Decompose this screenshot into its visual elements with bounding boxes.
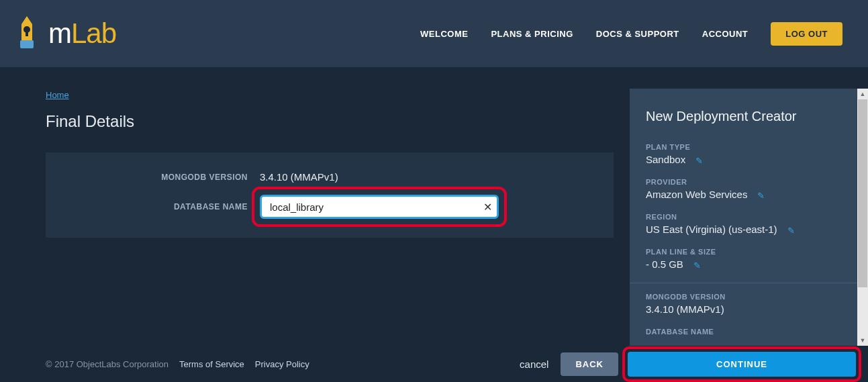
clear-input-icon[interactable]: ✕ (483, 201, 492, 213)
cancel-link[interactable]: cancel (520, 359, 548, 370)
mongodb-version-label: MONGODB VERSION (62, 173, 260, 182)
continue-button[interactable]: CONTINUE (628, 352, 856, 377)
side-dbname-label: DATABASE NAME (646, 328, 841, 336)
sidebar-divider (630, 283, 857, 283)
database-name-input[interactable] (260, 195, 499, 219)
main: Home Final Details MONGODB VERSION 3.4.1… (0, 67, 868, 346)
svg-rect-0 (20, 40, 34, 48)
side-mongo: MONGODB VERSION 3.4.10 (MMAPv1) (646, 293, 841, 316)
sidebar: New Deployment Creator PLAN TYPE Sandbox… (630, 89, 857, 346)
nav-plans[interactable]: PLANS & PRICING (491, 29, 573, 39)
edit-icon[interactable]: ✎ (695, 156, 703, 166)
scroll-up-icon[interactable]: ▲ (857, 89, 868, 99)
side-plan-line-value: - 0.5 GB (646, 258, 683, 270)
side-mongo-label: MONGODB VERSION (646, 293, 841, 301)
back-button[interactable]: BACK (561, 352, 618, 376)
side-plan-line-label: PLAN LINE & SIZE (646, 248, 841, 256)
scrollbar[interactable]: ▲ ▼ (857, 89, 868, 346)
side-plan-type-label: PLAN TYPE (646, 143, 841, 151)
nav-welcome[interactable]: WELCOME (420, 29, 468, 39)
nav: WELCOME PLANS & PRICING DOCS & SUPPORT A… (420, 22, 842, 46)
privacy-link[interactable]: Privacy Policy (255, 359, 309, 369)
footer: © 2017 ObjectLabs Corporation Terms of S… (0, 346, 868, 382)
logo-text: mLab (48, 17, 116, 50)
database-name-label: DATABASE NAME (62, 202, 260, 211)
database-name-row: DATABASE NAME ✕ (62, 195, 597, 219)
side-region-label: REGION (646, 213, 841, 221)
nav-account[interactable]: ACCOUNT (702, 29, 749, 39)
mongodb-version-value: 3.4.10 (MMAPv1) (260, 171, 338, 183)
left-column: Home Final Details MONGODB VERSION 3.4.1… (46, 89, 614, 346)
side-provider: PROVIDER Amazon Web Services ✎ (646, 178, 841, 201)
nav-docs[interactable]: DOCS & SUPPORT (596, 29, 679, 39)
logo[interactable]: mLab (13, 15, 116, 52)
mongodb-version-row: MONGODB VERSION 3.4.10 (MMAPv1) (62, 171, 597, 183)
sidebar-wrap: New Deployment Creator PLAN TYPE Sandbox… (630, 89, 868, 346)
logo-icon (13, 15, 40, 52)
sidebar-title: New Deployment Creator (646, 109, 841, 124)
edit-icon[interactable]: ✎ (787, 226, 795, 236)
svg-rect-2 (26, 30, 28, 36)
side-plan-type: PLAN TYPE Sandbox ✎ (646, 143, 841, 166)
side-plan-line: PLAN LINE & SIZE - 0.5 GB ✎ (646, 248, 841, 271)
form-card: MONGODB VERSION 3.4.10 (MMAPv1) DATABASE… (46, 152, 614, 238)
side-provider-value: Amazon Web Services (646, 189, 747, 200)
scroll-down-icon[interactable]: ▼ (857, 335, 868, 346)
header: mLab WELCOME PLANS & PRICING DOCS & SUPP… (0, 0, 868, 67)
page-title: Final Details (46, 112, 614, 131)
scroll-thumb[interactable] (858, 99, 867, 287)
breadcrumb-home[interactable]: Home (46, 90, 69, 100)
tos-link[interactable]: Terms of Service (179, 359, 244, 369)
side-mongo-value: 3.4.10 (MMAPv1) (646, 303, 724, 315)
side-dbname: DATABASE NAME (646, 328, 841, 336)
copyright: © 2017 ObjectLabs Corporation (46, 359, 168, 369)
side-region-value: US East (Virginia) (us-east-1) (646, 224, 777, 235)
side-provider-label: PROVIDER (646, 178, 841, 186)
edit-icon[interactable]: ✎ (693, 260, 701, 271)
edit-icon[interactable]: ✎ (757, 191, 765, 201)
side-plan-type-value: Sandbox (646, 154, 685, 165)
side-region: REGION US East (Virginia) (us-east-1) ✎ (646, 213, 841, 236)
logout-button[interactable]: LOG OUT (771, 22, 842, 46)
